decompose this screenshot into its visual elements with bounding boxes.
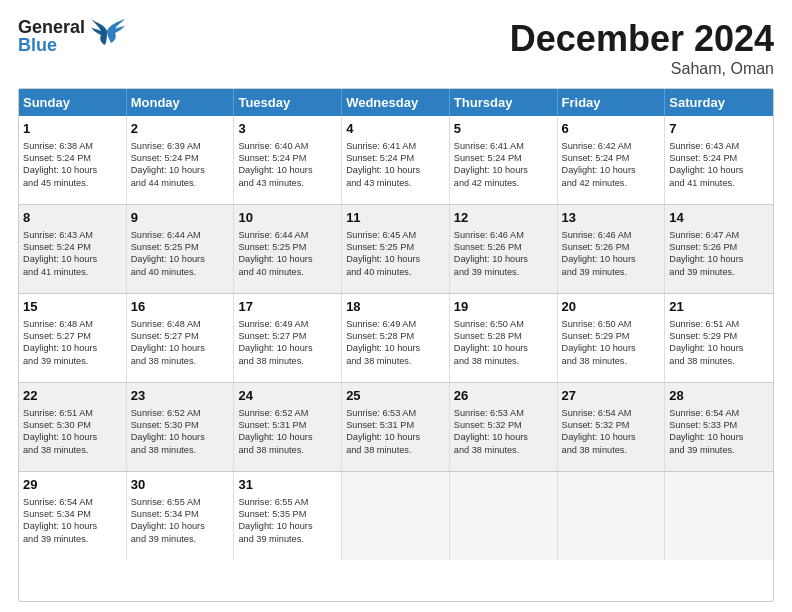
calendar-cell-2-1: 8Sunrise: 6:43 AM Sunset: 5:24 PM Daylig… bbox=[19, 205, 127, 293]
calendar-cell-5-4 bbox=[342, 472, 450, 560]
day-number: 27 bbox=[562, 387, 661, 405]
logo-blue-text: Blue bbox=[18, 36, 85, 54]
calendar-cell-2-5: 12Sunrise: 6:46 AM Sunset: 5:26 PM Dayli… bbox=[450, 205, 558, 293]
day-info: Sunrise: 6:53 AM Sunset: 5:32 PM Dayligh… bbox=[454, 407, 553, 457]
calendar-cell-3-3: 17Sunrise: 6:49 AM Sunset: 5:27 PM Dayli… bbox=[234, 294, 342, 382]
calendar-cell-3-5: 19Sunrise: 6:50 AM Sunset: 5:28 PM Dayli… bbox=[450, 294, 558, 382]
day-number: 2 bbox=[131, 120, 230, 138]
calendar-cell-1-3: 3Sunrise: 6:40 AM Sunset: 5:24 PM Daylig… bbox=[234, 116, 342, 204]
day-info: Sunrise: 6:52 AM Sunset: 5:30 PM Dayligh… bbox=[131, 407, 230, 457]
day-number: 13 bbox=[562, 209, 661, 227]
calendar-cell-4-3: 24Sunrise: 6:52 AM Sunset: 5:31 PM Dayli… bbox=[234, 383, 342, 471]
day-number: 9 bbox=[131, 209, 230, 227]
day-number: 6 bbox=[562, 120, 661, 138]
day-number: 10 bbox=[238, 209, 337, 227]
logo-name: General Blue bbox=[18, 18, 85, 54]
calendar-cell-5-3: 31Sunrise: 6:55 AM Sunset: 5:35 PM Dayli… bbox=[234, 472, 342, 560]
calendar-cell-5-2: 30Sunrise: 6:55 AM Sunset: 5:34 PM Dayli… bbox=[127, 472, 235, 560]
calendar-row-4: 22Sunrise: 6:51 AM Sunset: 5:30 PM Dayli… bbox=[19, 382, 773, 471]
calendar-cell-2-4: 11Sunrise: 6:45 AM Sunset: 5:25 PM Dayli… bbox=[342, 205, 450, 293]
day-info: Sunrise: 6:49 AM Sunset: 5:28 PM Dayligh… bbox=[346, 318, 445, 368]
calendar-cell-3-2: 16Sunrise: 6:48 AM Sunset: 5:27 PM Dayli… bbox=[127, 294, 235, 382]
calendar-cell-5-6 bbox=[558, 472, 666, 560]
day-info: Sunrise: 6:48 AM Sunset: 5:27 PM Dayligh… bbox=[23, 318, 122, 368]
calendar-cell-5-5 bbox=[450, 472, 558, 560]
month-year-title: December 2024 bbox=[510, 18, 774, 60]
calendar-cell-4-7: 28Sunrise: 6:54 AM Sunset: 5:33 PM Dayli… bbox=[665, 383, 773, 471]
day-number: 26 bbox=[454, 387, 553, 405]
logo-bird-icon bbox=[89, 17, 125, 45]
calendar-cell-1-1: 1Sunrise: 6:38 AM Sunset: 5:24 PM Daylig… bbox=[19, 116, 127, 204]
logo: General Blue bbox=[18, 18, 125, 54]
day-info: Sunrise: 6:49 AM Sunset: 5:27 PM Dayligh… bbox=[238, 318, 337, 368]
calendar-body: 1Sunrise: 6:38 AM Sunset: 5:24 PM Daylig… bbox=[19, 116, 773, 560]
calendar-row-3: 15Sunrise: 6:48 AM Sunset: 5:27 PM Dayli… bbox=[19, 293, 773, 382]
day-info: Sunrise: 6:51 AM Sunset: 5:29 PM Dayligh… bbox=[669, 318, 769, 368]
calendar-cell-5-7 bbox=[665, 472, 773, 560]
day-number: 8 bbox=[23, 209, 122, 227]
calendar-cell-2-7: 14Sunrise: 6:47 AM Sunset: 5:26 PM Dayli… bbox=[665, 205, 773, 293]
day-info: Sunrise: 6:54 AM Sunset: 5:34 PM Dayligh… bbox=[23, 496, 122, 546]
day-number: 21 bbox=[669, 298, 769, 316]
day-number: 11 bbox=[346, 209, 445, 227]
calendar-cell-4-1: 22Sunrise: 6:51 AM Sunset: 5:30 PM Dayli… bbox=[19, 383, 127, 471]
day-info: Sunrise: 6:41 AM Sunset: 5:24 PM Dayligh… bbox=[454, 140, 553, 190]
day-number: 19 bbox=[454, 298, 553, 316]
day-number: 15 bbox=[23, 298, 122, 316]
header-day-tuesday: Tuesday bbox=[234, 89, 342, 116]
day-number: 12 bbox=[454, 209, 553, 227]
day-number: 16 bbox=[131, 298, 230, 316]
day-info: Sunrise: 6:54 AM Sunset: 5:33 PM Dayligh… bbox=[669, 407, 769, 457]
calendar-cell-4-5: 26Sunrise: 6:53 AM Sunset: 5:32 PM Dayli… bbox=[450, 383, 558, 471]
calendar-cell-3-4: 18Sunrise: 6:49 AM Sunset: 5:28 PM Dayli… bbox=[342, 294, 450, 382]
header-day-thursday: Thursday bbox=[450, 89, 558, 116]
calendar-cell-3-1: 15Sunrise: 6:48 AM Sunset: 5:27 PM Dayli… bbox=[19, 294, 127, 382]
day-info: Sunrise: 6:44 AM Sunset: 5:25 PM Dayligh… bbox=[131, 229, 230, 279]
calendar-row-1: 1Sunrise: 6:38 AM Sunset: 5:24 PM Daylig… bbox=[19, 116, 773, 204]
day-number: 4 bbox=[346, 120, 445, 138]
day-number: 29 bbox=[23, 476, 122, 494]
day-info: Sunrise: 6:52 AM Sunset: 5:31 PM Dayligh… bbox=[238, 407, 337, 457]
day-number: 17 bbox=[238, 298, 337, 316]
calendar-cell-1-5: 5Sunrise: 6:41 AM Sunset: 5:24 PM Daylig… bbox=[450, 116, 558, 204]
page: General Blue December 2024 Saham, Oman S… bbox=[0, 0, 792, 612]
day-number: 20 bbox=[562, 298, 661, 316]
day-info: Sunrise: 6:50 AM Sunset: 5:28 PM Dayligh… bbox=[454, 318, 553, 368]
header-day-saturday: Saturday bbox=[665, 89, 773, 116]
day-number: 28 bbox=[669, 387, 769, 405]
day-number: 23 bbox=[131, 387, 230, 405]
day-info: Sunrise: 6:45 AM Sunset: 5:25 PM Dayligh… bbox=[346, 229, 445, 279]
calendar-cell-3-7: 21Sunrise: 6:51 AM Sunset: 5:29 PM Dayli… bbox=[665, 294, 773, 382]
day-number: 31 bbox=[238, 476, 337, 494]
day-number: 7 bbox=[669, 120, 769, 138]
calendar-cell-3-6: 20Sunrise: 6:50 AM Sunset: 5:29 PM Dayli… bbox=[558, 294, 666, 382]
calendar-cell-1-6: 6Sunrise: 6:42 AM Sunset: 5:24 PM Daylig… bbox=[558, 116, 666, 204]
day-info: Sunrise: 6:46 AM Sunset: 5:26 PM Dayligh… bbox=[454, 229, 553, 279]
day-info: Sunrise: 6:43 AM Sunset: 5:24 PM Dayligh… bbox=[669, 140, 769, 190]
header-day-sunday: Sunday bbox=[19, 89, 127, 116]
day-info: Sunrise: 6:48 AM Sunset: 5:27 PM Dayligh… bbox=[131, 318, 230, 368]
header-day-friday: Friday bbox=[558, 89, 666, 116]
logo-general-text: General bbox=[18, 18, 85, 36]
day-info: Sunrise: 6:39 AM Sunset: 5:24 PM Dayligh… bbox=[131, 140, 230, 190]
day-info: Sunrise: 6:50 AM Sunset: 5:29 PM Dayligh… bbox=[562, 318, 661, 368]
calendar-cell-4-6: 27Sunrise: 6:54 AM Sunset: 5:32 PM Dayli… bbox=[558, 383, 666, 471]
day-number: 5 bbox=[454, 120, 553, 138]
header: General Blue December 2024 Saham, Oman bbox=[18, 18, 774, 78]
calendar-cell-4-2: 23Sunrise: 6:52 AM Sunset: 5:30 PM Dayli… bbox=[127, 383, 235, 471]
day-info: Sunrise: 6:54 AM Sunset: 5:32 PM Dayligh… bbox=[562, 407, 661, 457]
day-number: 1 bbox=[23, 120, 122, 138]
day-number: 18 bbox=[346, 298, 445, 316]
calendar-row-5: 29Sunrise: 6:54 AM Sunset: 5:34 PM Dayli… bbox=[19, 471, 773, 560]
day-info: Sunrise: 6:46 AM Sunset: 5:26 PM Dayligh… bbox=[562, 229, 661, 279]
day-number: 22 bbox=[23, 387, 122, 405]
location-subtitle: Saham, Oman bbox=[510, 60, 774, 78]
day-info: Sunrise: 6:55 AM Sunset: 5:34 PM Dayligh… bbox=[131, 496, 230, 546]
day-number: 3 bbox=[238, 120, 337, 138]
calendar-row-2: 8Sunrise: 6:43 AM Sunset: 5:24 PM Daylig… bbox=[19, 204, 773, 293]
day-number: 24 bbox=[238, 387, 337, 405]
calendar-cell-1-7: 7Sunrise: 6:43 AM Sunset: 5:24 PM Daylig… bbox=[665, 116, 773, 204]
day-number: 14 bbox=[669, 209, 769, 227]
day-info: Sunrise: 6:41 AM Sunset: 5:24 PM Dayligh… bbox=[346, 140, 445, 190]
day-info: Sunrise: 6:47 AM Sunset: 5:26 PM Dayligh… bbox=[669, 229, 769, 279]
